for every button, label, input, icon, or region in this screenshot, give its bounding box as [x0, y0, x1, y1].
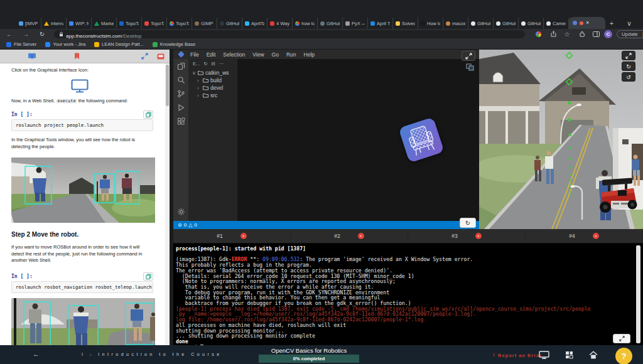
bookmark-item[interactable]: Your work - Jira	[45, 41, 85, 47]
terminal-expand-button[interactable]	[613, 334, 630, 343]
sim-reset-view-button[interactable]: ↻	[622, 62, 635, 71]
browser-tab[interactable]: How to	[418, 18, 443, 29]
report-error-button[interactable]: Report an Error	[498, 353, 542, 358]
browser-tab[interactable]: Camer	[544, 18, 569, 29]
share-icon[interactable]	[549, 30, 558, 38]
tree-item[interactable]: ›src	[188, 92, 237, 99]
sim-restart-button[interactable]: ↺	[622, 72, 635, 82]
menu-item[interactable]: Go	[272, 51, 279, 58]
search-icon[interactable]	[174, 73, 188, 87]
browser-tab[interactable]: macos	[443, 18, 468, 29]
settings-gear-icon[interactable]	[174, 205, 188, 218]
profile-avatar[interactable]: C	[604, 30, 612, 38]
menu-item[interactable]: Help	[304, 51, 315, 58]
terminal-tab-close-icon[interactable]: ×	[240, 233, 247, 239]
bookmark-item[interactable]: LEAN Design Patt...	[94, 41, 144, 47]
terminal-tab[interactable]: #2×	[291, 229, 408, 243]
expand-panel-icon[interactable]	[141, 53, 148, 60]
browser-tab[interactable]: April T	[368, 18, 393, 29]
reload-button[interactable]: ↻	[38, 31, 46, 38]
more-actions-icon[interactable]: ⋯	[219, 61, 224, 67]
collapse-all-icon[interactable]: ⊟	[212, 61, 215, 67]
browser-tab[interactable]: GitHub	[318, 18, 343, 29]
terminal-tab[interactable]: #3×	[408, 229, 526, 243]
browser-tab[interactable]: TopoTa	[167, 18, 192, 29]
back-button[interactable]: ←	[5, 31, 14, 38]
browser-tab[interactable]: Marke	[92, 18, 117, 29]
ide-fullscreen-button[interactable]	[462, 51, 475, 61]
browser-tab[interactable]: GitHub	[519, 18, 544, 29]
prev-unit-button[interactable]: ←	[33, 350, 40, 358]
browser-tab[interactable]: GIMP -	[192, 18, 217, 29]
terminal-tab-close-icon[interactable]: ×	[358, 233, 364, 239]
url-bar[interactable]: app.theconstructsim.com/Desktop	[54, 30, 525, 38]
code-cell-2[interactable]: roslaunch rosbot_navigation rosbot_teleo…	[11, 281, 153, 293]
simulation-panel[interactable]: ↻ ↺	[479, 50, 643, 229]
tree-item[interactable]: ›build	[188, 77, 237, 84]
menu-item[interactable]: File	[190, 51, 199, 58]
book-icon[interactable]	[28, 53, 36, 60]
source-control-icon[interactable]	[174, 87, 188, 100]
browser-tab[interactable]: TopoTa	[142, 18, 167, 29]
google-icon[interactable]	[534, 30, 543, 38]
inline-code: execute	[56, 99, 77, 104]
bookmark-star-icon[interactable]: ☆	[563, 30, 571, 38]
notebook-scrollbar-thumb[interactable]	[166, 65, 169, 106]
tab-search-chevron-icon[interactable]: ∨	[624, 18, 634, 28]
graphical-tools-window-icon[interactable]	[157, 53, 165, 60]
forward-button[interactable]: →	[21, 31, 30, 38]
copy-button[interactable]	[143, 110, 153, 119]
bookmark-item[interactable]: Knowledge Base	[153, 41, 195, 47]
terminal-body[interactable]: process[people-1]: started with pid [138…	[173, 244, 643, 350]
sim-fullscreen-button[interactable]	[622, 51, 635, 60]
refresh-explorer-icon[interactable]: ↻	[203, 61, 207, 67]
browser-tab[interactable]: GitHub	[468, 18, 494, 29]
menu-item[interactable]: Selection	[223, 51, 245, 58]
extensions-panel-icon[interactable]	[174, 114, 188, 128]
terminal-tab-close-icon[interactable]: ×	[593, 233, 599, 239]
browser-tab[interactable]: GitHub	[494, 18, 519, 29]
terminal-tab[interactable]: #4×	[526, 229, 643, 243]
menu-item[interactable]: Edit	[207, 51, 216, 58]
tree-item[interactable]: ›devel	[188, 84, 237, 92]
browser-tab[interactable]: [IMVP	[16, 18, 41, 29]
ide-layout-icon[interactable]	[466, 63, 474, 71]
browser-tab[interactable]: GitHub	[217, 18, 242, 29]
browser-tab[interactable]: AprilTa	[242, 18, 267, 29]
browser-tab[interactable]: WIP; M	[67, 18, 92, 29]
tree-item[interactable]: ∨catkin_ws	[188, 69, 237, 77]
run-debug-icon[interactable]	[174, 100, 188, 114]
help-button[interactable]: ?	[615, 348, 632, 364]
active-tab[interactable]: ×	[569, 17, 605, 29]
terminal-tab[interactable]: #1×	[173, 229, 291, 243]
desktop-view-icon[interactable]	[539, 351, 549, 359]
explorer-icon[interactable]	[174, 59, 188, 73]
extensions-icon[interactable]	[578, 30, 586, 38]
errors-warnings-indicator[interactable]: ⊘0 △0	[178, 222, 197, 228]
ide-menubar: FileEditSelectionViewGoRunHelp	[173, 50, 479, 59]
terminal-tab-close-icon[interactable]: ×	[475, 233, 482, 239]
browser-tab[interactable]: how to	[293, 18, 318, 29]
terminal-scrollbar[interactable]	[636, 245, 640, 343]
browser-tab[interactable]: Solved	[393, 18, 418, 29]
menu-item[interactable]: Run	[286, 51, 296, 58]
home-icon[interactable]	[589, 351, 598, 359]
browser-tab[interactable]: interna	[41, 18, 67, 29]
file-tree: ∨catkin_ws›build›devel›src	[188, 68, 237, 99]
bookmark-icon[interactable]	[74, 53, 80, 60]
browser-tab[interactable]: 4 Way	[267, 18, 293, 29]
tab-close-icon[interactable]: ×	[586, 20, 589, 26]
browser-tab[interactable]: PyX —	[343, 18, 368, 29]
tab-favicon	[521, 21, 526, 26]
side-panel-icon[interactable]	[592, 30, 600, 38]
bookmark-item[interactable]: File Server	[6, 41, 36, 47]
code-cell-1[interactable]: roslaunch project people.launch	[11, 119, 153, 131]
menu-item[interactable]: View	[252, 51, 264, 58]
copy-button[interactable]	[143, 272, 153, 281]
update-button[interactable]: Update ⋮	[617, 30, 643, 38]
browser-tab[interactable]: TopoTa	[117, 18, 142, 29]
ide-reload-button[interactable]: ↻	[460, 218, 476, 228]
new-tab-button[interactable]: +	[607, 18, 617, 28]
bookmark-favicon	[45, 42, 50, 47]
dashboard-grid-icon[interactable]	[565, 351, 573, 359]
